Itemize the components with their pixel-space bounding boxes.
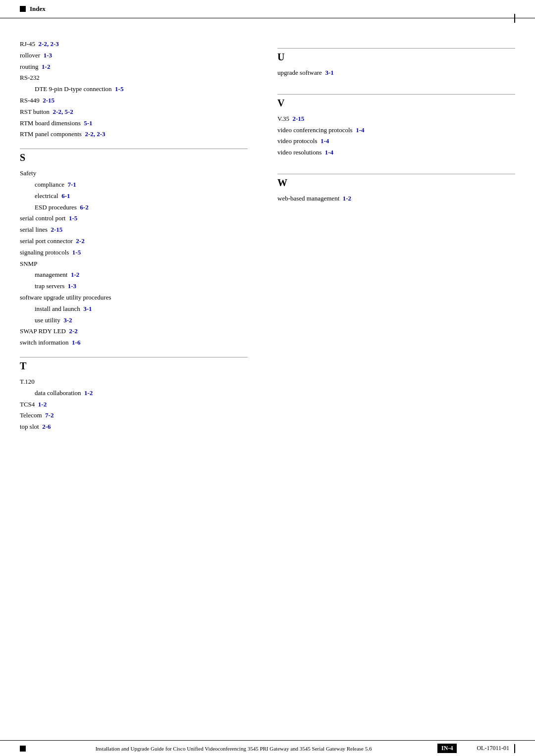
entry-term: RTM panel components [20, 130, 85, 138]
list-item: Safety [20, 168, 248, 179]
list-item: serial lines 2-15 [20, 225, 248, 235]
page-ref: 2-15 [51, 226, 62, 233]
entry-term: SNMP [20, 260, 37, 267]
entry-term: RST button [20, 108, 53, 115]
page-ref: 1-2 [343, 195, 351, 202]
list-item: compliance 7-1 [20, 180, 248, 190]
entry-term: Telecom [20, 411, 45, 419]
page-ref: 1-5 [115, 85, 123, 93]
page-ref: 1-6 [72, 339, 80, 346]
entry-term: signaling protocols [20, 249, 72, 256]
page-ref: 3-1 [325, 69, 333, 76]
footer-square-icon: ■ [20, 746, 26, 752]
footer-text: Installation and Upgrade Guide for Cisco… [30, 746, 437, 752]
header-title: Index [30, 5, 46, 13]
page-ref: 5-1 [84, 119, 92, 127]
page-ref: 1-4 [356, 126, 364, 134]
list-item: serial control port 1-5 [20, 213, 248, 224]
entry-term: switch information [20, 339, 72, 346]
entry-term: serial control port [20, 214, 69, 222]
page-ref: 7-2 [45, 411, 54, 419]
page-ref: 3-2 [63, 316, 72, 324]
page-ref: 6-1 [61, 192, 70, 200]
page-ref: 2-2, 2-3 [85, 130, 105, 138]
page-ref: 2-6 [42, 423, 51, 430]
section-divider-u [277, 48, 515, 49]
list-item: Telecom 7-2 [20, 410, 248, 421]
footer-page-number: IN-4 [437, 744, 457, 753]
entry-sub-term: DTE 9-pin D-type connection 1-5 [20, 84, 248, 95]
list-item: T.120 [20, 377, 248, 387]
header-right-bar [514, 14, 515, 23]
entry-term: SWAP RDY LED [20, 327, 69, 335]
page-ref: 1-2 [84, 389, 93, 397]
entry-term: Safety [20, 169, 36, 177]
list-item: upgrade software 3-1 [277, 68, 515, 78]
page-ref: 1-3 [68, 282, 76, 290]
section-letter-w: W [277, 177, 515, 189]
entry-term: rollover [20, 51, 44, 59]
entry-sub-term: compliance 7-1 [20, 180, 248, 190]
entry-sub-term: install and launch 3-1 [20, 304, 248, 314]
entry-sub-term: data collaboration 1-2 [20, 388, 248, 399]
list-item: rollover 1-3 [20, 50, 248, 61]
list-item: video resolutions 1-4 [277, 148, 515, 158]
section-letter-s: S [20, 152, 248, 163]
list-item: ESD procedures 6-2 [20, 202, 248, 213]
entry-term: RS-449 [20, 97, 43, 104]
list-item: serial port connector 2-2 [20, 236, 248, 247]
section-divider-v [277, 94, 515, 95]
page-ref: 2-15 [43, 97, 54, 104]
entry-sub-term: electrical 6-1 [20, 191, 248, 202]
list-item: management 1-2 [20, 270, 248, 280]
page-ref: 1-4 [321, 137, 329, 145]
entry-term: T.120 [20, 378, 35, 385]
section-letter-u: U [277, 51, 515, 63]
list-item: RS-449 2-15 [20, 96, 248, 106]
list-item: video conferencing protocols 1-4 [277, 125, 515, 136]
section-divider-t [20, 357, 248, 357]
list-item: data collaboration 1-2 [20, 388, 248, 399]
footer: ■ Installation and Upgrade Guide for Cis… [0, 740, 535, 756]
page-ref: 1-2 [42, 63, 50, 70]
list-item: SWAP RDY LED 2-2 [20, 326, 248, 337]
entry-term: RTM board dimensions [20, 119, 84, 127]
page-ref: 1-2 [71, 271, 79, 278]
page-ref: 2-2, 5-2 [53, 108, 73, 115]
page-ref: 1-5 [72, 249, 81, 256]
page-ref: 2-2, 2-3 [39, 40, 59, 48]
entry-term: TCS4 [20, 401, 38, 408]
section-letter-t: T [20, 360, 248, 372]
entry-sub-term: trap servers 1-3 [20, 281, 248, 292]
list-item: RTM panel components 2-2, 2-3 [20, 129, 248, 140]
left-column: RJ-45 2-2, 2-3 rollover 1-3 routing 1-2 … [20, 33, 268, 433]
entry-term: serial port connector [20, 237, 76, 245]
entry-sub-term: ESD procedures 6-2 [20, 202, 248, 213]
list-item: use utility 3-2 [20, 315, 248, 326]
list-item: RTM board dimensions 5-1 [20, 118, 248, 129]
list-item: RJ-45 2-2, 2-3 [20, 39, 248, 50]
entry-term: video resolutions [277, 149, 325, 156]
section-divider-w [277, 174, 515, 174]
page-ref: 2-2 [76, 237, 84, 245]
right-column: U upgrade software 3-1 V V.35 2-15 video… [268, 33, 515, 433]
main-content: RJ-45 2-2, 2-3 rollover 1-3 routing 1-2 … [0, 18, 535, 473]
footer-right-bar [514, 744, 515, 753]
list-item: video protocols 1-4 [277, 136, 515, 147]
page: ■ Index RJ-45 2-2, 2-3 rollover 1-3 rout… [0, 0, 535, 756]
page-ref: 6-2 [80, 203, 88, 211]
list-item: signaling protocols 1-5 [20, 248, 248, 258]
entry-term: web-based management [277, 195, 343, 202]
entry-sub-term: use utility 3-2 [20, 315, 248, 326]
page-ref: 2-15 [292, 115, 304, 122]
list-item: DTE 9-pin D-type connection 1-5 [20, 84, 248, 95]
list-item: install and launch 3-1 [20, 304, 248, 314]
page-ref: 1-3 [44, 51, 52, 59]
entry-term: video conferencing protocols [277, 126, 356, 134]
header: ■ Index [0, 0, 535, 18]
entry-term: video protocols [277, 137, 321, 145]
entry-term: top slot [20, 423, 42, 430]
section-divider-s [20, 149, 248, 149]
list-item: V.35 2-15 [277, 114, 515, 124]
entry-term: serial lines [20, 226, 51, 233]
